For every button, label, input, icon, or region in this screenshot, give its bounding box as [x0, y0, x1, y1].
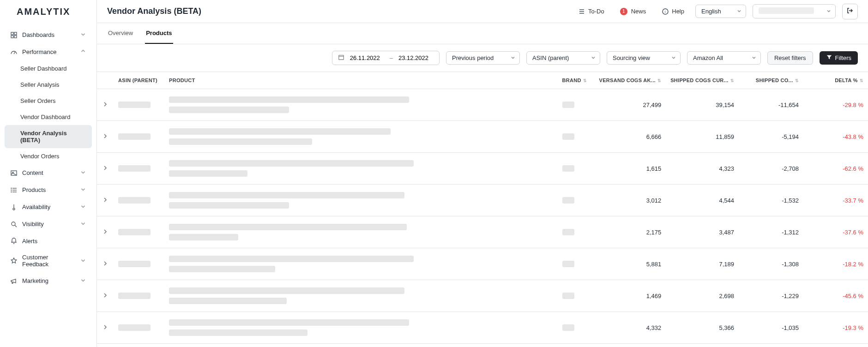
period-dropdown[interactable]: Previous period — [446, 51, 520, 65]
todo-link[interactable]: To-Do — [573, 5, 609, 18]
logo-text: AMALYTIX — [17, 6, 70, 17]
cell-shipped_cogs: -1,308 — [739, 248, 803, 280]
svg-line-4 — [14, 52, 15, 54]
sidebar-item-availability[interactable]: Availability — [5, 198, 92, 215]
svg-rect-1 — [14, 32, 17, 35]
product-redacted — [169, 138, 312, 145]
chevron-right-icon[interactable] — [102, 102, 108, 108]
svg-text:i: i — [665, 10, 666, 14]
sidebar-item-content[interactable]: Content — [5, 164, 92, 181]
sidebar-item-vendor-dashboard[interactable]: Vendor Dashboard — [5, 109, 92, 125]
brand-redacted — [562, 197, 574, 203]
tab-overview[interactable]: Overview — [107, 23, 134, 44]
date-from-input[interactable] — [349, 54, 385, 62]
cell-delta: -33.7 % — [803, 185, 868, 216]
account-dropdown[interactable] — [753, 4, 836, 18]
sidebar-item-label: Vendor Orders — [20, 153, 60, 160]
news-link[interactable]: 1 News — [615, 5, 651, 18]
sidebar-item-seller-analysis[interactable]: Seller Analysis — [5, 77, 92, 93]
cell-shipped_cur: 39,154 — [666, 89, 739, 121]
chevron-down-icon — [671, 54, 676, 61]
brand-redacted — [562, 229, 574, 235]
sidebar-item-label: Dashboards — [22, 31, 54, 38]
filters-label: Filters — [835, 54, 851, 61]
sidebar-item-dashboards[interactable]: Dashboards — [5, 26, 92, 43]
cell-versand: 1,469 — [595, 280, 666, 312]
asin-redacted — [118, 293, 151, 299]
cell-shipped_cogs: -5,194 — [739, 121, 803, 153]
col-brand[interactable]: BRAND⇅ — [558, 72, 595, 89]
asin-redacted — [118, 261, 151, 267]
date-range-picker[interactable]: – — [332, 51, 440, 65]
image-icon — [10, 169, 18, 177]
table-row: 27,49939,154-11,654-29.8 % — [97, 89, 868, 121]
col-delta[interactable]: DELTA %⇅ — [803, 72, 868, 89]
view-value: Sourcing view — [613, 54, 650, 61]
sidebar: AMALYTIX DashboardsPerformanceSeller Das… — [0, 0, 97, 347]
svg-line-15 — [15, 225, 17, 227]
chevron-right-icon[interactable] — [102, 293, 108, 299]
chevron-right-icon[interactable] — [102, 133, 108, 140]
toolbar: – Previous period ASIN (parent) Sourcing… — [97, 44, 868, 72]
reset-filters-button[interactable]: Reset filters — [767, 51, 813, 65]
product-redacted — [169, 319, 409, 326]
sidebar-item-vendor-analysis[interactable]: Vendor Analysis (BETA) — [5, 125, 92, 148]
chevron-right-icon[interactable] — [102, 261, 108, 268]
chevron-right-icon[interactable] — [102, 324, 108, 331]
product-redacted — [169, 224, 407, 230]
cell-shipped_cur: 7,189 — [666, 248, 739, 280]
logout-icon — [846, 7, 854, 16]
product-redacted — [169, 202, 289, 209]
cell-shipped_cur: 5,366 — [666, 312, 739, 344]
sidebar-item-label: Seller Analysis — [20, 81, 60, 88]
col-shipped-cogs[interactable]: SHIPPED CO...⇅ — [739, 72, 803, 89]
date-to-input[interactable] — [398, 54, 434, 62]
svg-point-10 — [11, 188, 12, 188]
period-value: Previous period — [452, 54, 494, 61]
sidebar-item-marketing[interactable]: Marketing — [5, 272, 92, 289]
sidebar-item-seller-orders[interactable]: Seller Orders — [5, 93, 92, 109]
news-badge: 1 — [620, 8, 627, 15]
brand-redacted — [562, 133, 574, 140]
product-redacted — [169, 256, 414, 262]
view-dropdown[interactable]: Sourcing view — [607, 51, 681, 65]
filters-button[interactable]: Filters — [820, 51, 858, 65]
logout-button[interactable] — [842, 4, 858, 19]
sidebar-item-customer-feedback[interactable]: Customer Feedback — [5, 249, 92, 272]
chevron-right-icon[interactable] — [102, 229, 108, 236]
sidebar-item-vendor-orders[interactable]: Vendor Orders — [5, 148, 92, 164]
col-expander — [97, 72, 114, 89]
grid-icon — [10, 31, 18, 39]
chevron-right-icon[interactable] — [102, 197, 108, 204]
language-dropdown[interactable]: English — [695, 5, 746, 18]
sidebar-item-visibility[interactable]: Visibility — [5, 215, 92, 233]
col-product[interactable]: PRODUCT — [164, 72, 558, 89]
sidebar-item-alerts[interactable]: Alerts — [5, 233, 92, 249]
help-link[interactable]: i Help — [657, 5, 689, 18]
scope-dropdown[interactable]: Amazon All — [687, 51, 761, 65]
asin-value: ASIN (parent) — [532, 54, 569, 61]
col-shipped-cur[interactable]: SHIPPED COGS CUR...⇅ — [666, 72, 739, 89]
sidebar-item-label: Seller Dashboard — [20, 65, 66, 72]
sidebar-item-performance[interactable]: Performance — [5, 43, 92, 60]
cell-shipped_cogs: -1,312 — [739, 216, 803, 248]
col-versand[interactable]: VERSAND COGS AK...⇅ — [595, 72, 666, 89]
table-row: 1,4692,698-1,229-45.6 % — [97, 280, 868, 312]
sidebar-item-label: Products — [22, 186, 46, 193]
chevron-down-icon — [80, 257, 86, 265]
asin-redacted — [118, 102, 151, 108]
sidebar-item-products[interactable]: Products — [5, 181, 92, 198]
table-scroll[interactable]: ASIN (PARENT) PRODUCT BRAND⇅ VERSAND COG… — [97, 72, 868, 347]
asin-dropdown[interactable]: ASIN (parent) — [526, 51, 600, 65]
brand-redacted — [562, 324, 574, 331]
brand-redacted — [562, 102, 574, 108]
col-asin-parent[interactable]: ASIN (PARENT) — [114, 72, 164, 89]
chevron-right-icon[interactable] — [102, 165, 108, 172]
tab-products[interactable]: Products — [145, 23, 173, 44]
sidebar-item-seller-dashboard[interactable]: Seller Dashboard — [5, 60, 92, 77]
brand-redacted — [562, 261, 574, 267]
chevron-down-icon — [591, 54, 596, 61]
gauge-icon — [10, 48, 18, 56]
svg-rect-3 — [14, 36, 17, 38]
cell-shipped_cogs: -1,229 — [739, 280, 803, 312]
